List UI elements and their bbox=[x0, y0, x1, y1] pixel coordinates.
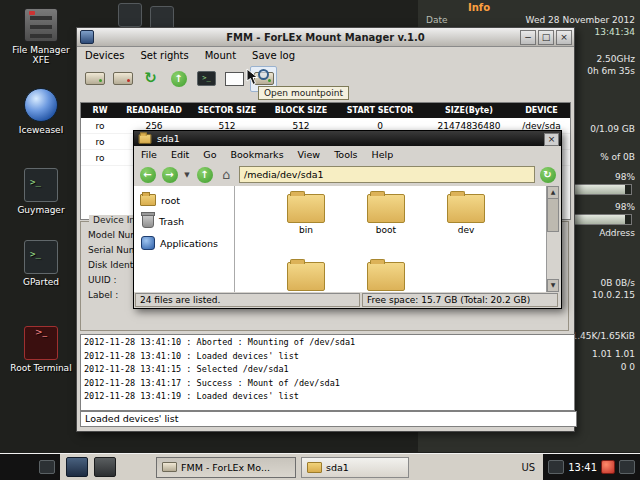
conky-load-2: 0 0 bbox=[621, 362, 635, 372]
folder-partial[interactable] bbox=[353, 262, 419, 292]
home-icon: ⌂ bbox=[222, 168, 230, 182]
folder-icon bbox=[307, 462, 322, 473]
sidebar-item-applications[interactable]: Applications bbox=[134, 232, 234, 254]
conky-date-label: Date bbox=[426, 15, 448, 25]
clock[interactable]: 13:41 bbox=[568, 462, 597, 473]
fmm-menubar: Devices Set rights Mount Save log bbox=[77, 46, 574, 65]
fmm-titlebar[interactable]: FMM - ForLEx Mount Manager v.1.0 − □ × bbox=[77, 28, 574, 47]
menu-save-log[interactable]: Save log bbox=[244, 48, 303, 63]
desktop-icon-label: Guymager bbox=[8, 205, 74, 215]
drive-unmount-icon bbox=[113, 72, 133, 85]
eject-button[interactable]: ↑ bbox=[166, 67, 191, 91]
history-dropdown[interactable]: ▼ bbox=[182, 171, 192, 179]
terminal-icon: >_ bbox=[197, 71, 216, 86]
folder-icon bbox=[139, 134, 152, 144]
fm-file-view: bin boot dev ▲ bbox=[235, 186, 559, 292]
sidebar-item-label: Trash bbox=[159, 216, 184, 227]
folder-icon bbox=[367, 262, 405, 291]
close-button[interactable]: × bbox=[556, 30, 572, 45]
folder-partial[interactable] bbox=[273, 262, 339, 292]
log-output: 2012-11-28 13:41:10 : Aborted : Mounting… bbox=[80, 334, 575, 411]
col-device: DEVICE bbox=[515, 106, 568, 115]
vertical-scrollbar[interactable]: ▲ ▼ bbox=[546, 186, 559, 292]
keyboard-layout-indicator[interactable]: US bbox=[522, 462, 536, 473]
menu-set-rights[interactable]: Set rights bbox=[132, 48, 196, 63]
col-start-sector: START SECTOR bbox=[337, 106, 423, 115]
tray-icon[interactable] bbox=[619, 460, 635, 474]
tray-icon[interactable] bbox=[548, 460, 564, 474]
home-button[interactable]: ⌂ bbox=[217, 165, 236, 184]
menu-devices[interactable]: Devices bbox=[77, 48, 132, 63]
eject-icon: ↑ bbox=[171, 71, 187, 87]
desktop-icon-label: Iceweasel bbox=[8, 125, 74, 135]
conky-load-1: 1.01 1.01 bbox=[592, 349, 635, 359]
folder-bin[interactable]: bin bbox=[273, 194, 339, 235]
forward-icon: → bbox=[162, 167, 178, 183]
up-icon: ↑ bbox=[197, 167, 213, 183]
menu-tools[interactable]: Tools bbox=[327, 148, 364, 161]
monitor-icon[interactable] bbox=[39, 460, 55, 474]
folder-boot[interactable]: boot bbox=[353, 194, 419, 235]
mount-button[interactable] bbox=[82, 67, 107, 91]
menu-mount[interactable]: Mount bbox=[197, 48, 244, 63]
refresh-icon: ↻ bbox=[144, 71, 157, 86]
fm-window-title: sda1 bbox=[157, 133, 180, 144]
folder-label: dev bbox=[433, 225, 499, 235]
tray-alert-icon[interactable] bbox=[601, 460, 615, 474]
desktop-icon-file-manager-xfe[interactable]: File Manager XFE bbox=[8, 8, 74, 65]
col-rw: RW bbox=[81, 106, 119, 115]
menu-file[interactable]: File bbox=[134, 148, 164, 161]
free-space: Free space: 15.7 GB (Total: 20.2 GB) bbox=[362, 293, 558, 307]
scroll-down-icon[interactable]: ▼ bbox=[547, 279, 559, 292]
desktop-icon-iceweasel[interactable]: Iceweasel bbox=[8, 88, 74, 135]
address-bar[interactable]: /media/dev/sda1 bbox=[239, 166, 535, 183]
sidebar-item-trash[interactable]: Trash bbox=[134, 210, 234, 232]
conky-ip: 10.0.2.15 bbox=[592, 290, 635, 300]
fm-statusbar: 24 files are listed. Free space: 15.7 GB… bbox=[134, 292, 559, 308]
log-line: 2012-11-28 13:41:17 : Success : Mount of… bbox=[84, 377, 571, 391]
terminal-button[interactable]: >_ bbox=[194, 67, 219, 91]
launcher-terminal[interactable] bbox=[94, 457, 116, 477]
minimize-button[interactable]: − bbox=[520, 30, 536, 45]
scrollbar-thumb[interactable] bbox=[547, 198, 559, 232]
tooltip: Open mountpoint bbox=[258, 86, 349, 100]
taskbar-window-fmm[interactable]: FMM - ForLEx Mo... bbox=[156, 457, 296, 478]
sidebar-item-root[interactable]: root bbox=[134, 190, 234, 210]
folder-dev[interactable]: dev bbox=[433, 194, 499, 235]
folder-icon bbox=[447, 194, 485, 223]
fm-toolbar: ← → ▼ ↑ ⌂ /media/dev/sda1 ↻ bbox=[134, 163, 561, 186]
forward-button[interactable]: → bbox=[160, 165, 179, 184]
terminal-icon: >_ bbox=[24, 240, 58, 274]
terminal-red-icon: >_ bbox=[24, 326, 58, 360]
log-line: 2012-11-28 13:41:10 : Aborted : Mounting… bbox=[84, 336, 571, 350]
close-button[interactable]: × bbox=[544, 133, 559, 146]
go-button[interactable]: ↻ bbox=[538, 165, 557, 184]
menu-view[interactable]: View bbox=[291, 148, 328, 161]
folder-icon bbox=[287, 194, 325, 223]
desktop-icon-guymager[interactable]: >_ Guymager bbox=[8, 168, 74, 215]
taskbar-left-tray bbox=[0, 454, 60, 480]
devices-table-header: RW READAHEAD SECTOR SIZE BLOCK SIZE STAR… bbox=[81, 103, 570, 118]
menu-help[interactable]: Help bbox=[365, 148, 401, 161]
taskbar-window-sda1[interactable]: sda1 bbox=[301, 457, 409, 478]
applications-icon bbox=[141, 236, 155, 250]
fm-titlebar[interactable]: sda1 × bbox=[134, 131, 561, 146]
desktop-icon-unknown[interactable] bbox=[118, 3, 142, 27]
conky-memory: 0/1.09 GB bbox=[590, 124, 635, 134]
launcher-file-manager[interactable] bbox=[66, 457, 88, 477]
menu-go[interactable]: Go bbox=[196, 148, 223, 161]
conky-net-rate: 0B 0B/s bbox=[601, 278, 635, 288]
desktop-icon-gparted[interactable]: >_ GParted bbox=[8, 240, 74, 287]
mouse-cursor bbox=[246, 68, 260, 90]
refresh-button[interactable]: ↻ bbox=[138, 67, 163, 91]
up-button[interactable]: ↑ bbox=[195, 165, 214, 184]
menu-edit[interactable]: Edit bbox=[164, 148, 196, 161]
sidebar-item-label: Applications bbox=[160, 238, 218, 249]
maximize-button[interactable]: □ bbox=[538, 30, 554, 45]
conky-swap: % of 0B bbox=[600, 152, 635, 162]
screen-button[interactable] bbox=[222, 67, 247, 91]
desktop-icon-root-terminal[interactable]: >_ Root Terminal bbox=[8, 326, 74, 373]
back-button[interactable]: ← bbox=[138, 165, 157, 184]
unmount-button[interactable] bbox=[110, 67, 135, 91]
menu-bookmarks[interactable]: Bookmarks bbox=[224, 148, 291, 161]
